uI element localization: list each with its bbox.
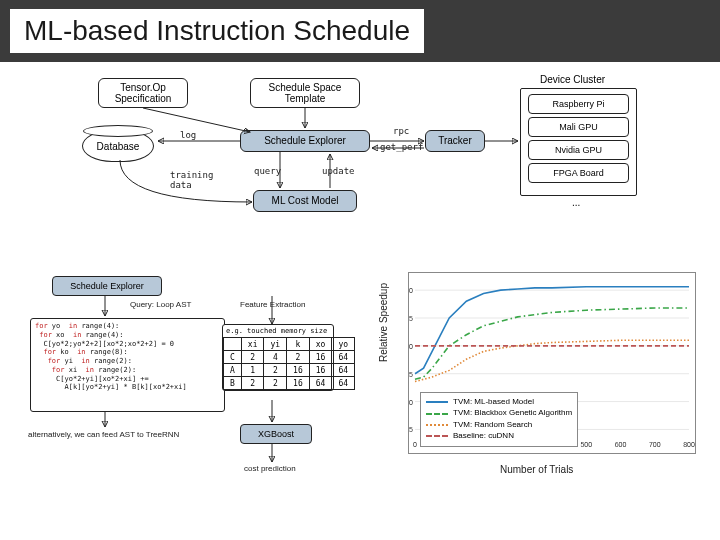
device-ellipsis: ... (572, 197, 580, 208)
feature-table: e.g. touched memory size xiyikxoyoC24216… (222, 324, 334, 391)
device-nvidia-gpu: Nvidia GPU (528, 140, 629, 160)
device-fpga-board: FPGA Board (528, 163, 629, 183)
svg-text:1.00: 1.00 (409, 343, 413, 350)
device-mali-gpu: Mali GPU (528, 117, 629, 137)
device-raspberry-pi: Raspberry Pi (528, 94, 629, 114)
svg-text:500: 500 (580, 441, 592, 448)
svg-line-0 (143, 108, 250, 132)
box-schedule-template: Schedule Space Template (250, 78, 360, 108)
alt-text: alternatively, we can feed AST to TreeRN… (28, 430, 179, 439)
svg-text:0.25: 0.25 (409, 426, 413, 433)
svg-text:700: 700 (649, 441, 661, 448)
box-ml-cost-model: ML Cost Model (253, 190, 357, 212)
feature-grid: xiyikxoyoC2421664A12161664B22166464 (223, 337, 355, 390)
feature-caption: e.g. touched memory size (223, 325, 333, 337)
box-schedule-explorer: Schedule Explorer (240, 130, 370, 152)
feature-extraction-label: Feature Extraction (240, 300, 305, 309)
box-tracker: Tracker (425, 130, 485, 152)
chart-ylabel: Relative Speedup (378, 283, 389, 362)
svg-text:1.50: 1.50 (409, 287, 413, 294)
svg-text:800: 800 (683, 441, 695, 448)
svg-text:0: 0 (413, 441, 417, 448)
cost-prediction-label: cost prediction (244, 464, 296, 473)
device-cluster-label: Device Cluster (540, 74, 605, 85)
box-xgboost: XGBoost (240, 424, 312, 444)
edge-log: log (180, 130, 196, 140)
code-content: for yo in range(4): for xo in range(4): … (35, 322, 187, 391)
box-explorer-small: Schedule Explorer (52, 276, 162, 296)
edge-rpc: rpc (393, 126, 409, 136)
edge-get-perf: get_perf (380, 142, 423, 152)
code-loop-ast: for yo in range(4): for xo in range(4): … (30, 318, 225, 412)
chart-legend: TVM: ML-based ModelTVM: Blackbox Genetic… (420, 392, 578, 447)
edge-update: update (322, 166, 355, 176)
svg-text:0.50: 0.50 (409, 399, 413, 406)
chart-xlabel: Number of Trials (500, 464, 573, 475)
svg-text:600: 600 (615, 441, 627, 448)
database-label: Database (97, 141, 140, 152)
page-title: ML-based Instruction Schedule (10, 9, 424, 53)
svg-text:0.75: 0.75 (409, 371, 413, 378)
query-loop-ast-label: Query: Loop AST (130, 300, 191, 309)
edge-query: query (254, 166, 281, 176)
diagram-canvas: Tensor.Op Specification Schedule Space T… (0, 62, 720, 540)
svg-text:1.25: 1.25 (409, 315, 413, 322)
box-database: Database (82, 130, 154, 162)
edge-training-data: training data (170, 170, 213, 190)
box-tensor-op: Tensor.Op Specification (98, 78, 188, 108)
title-bar: ML-based Instruction Schedule (0, 0, 720, 62)
